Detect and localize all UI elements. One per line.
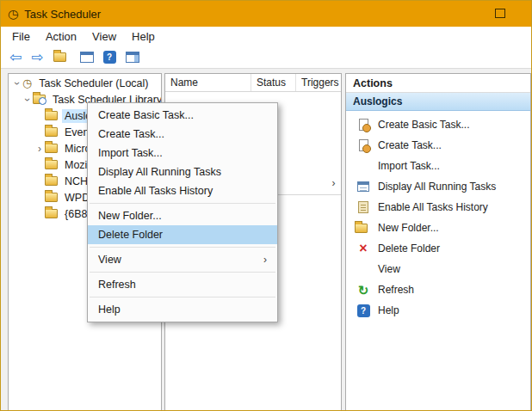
action-new-folder[interactable]: New Folder...: [346, 218, 530, 238]
task-list-header: Name Status Triggers: [165, 74, 341, 92]
action-display-all-running-tasks[interactable]: Display All Running Tasks: [346, 176, 530, 197]
menu-action[interactable]: Action: [38, 28, 84, 45]
column-header-status[interactable]: Status: [251, 74, 296, 91]
context-menu: Create Basic Task... Create Task... Impo…: [87, 102, 278, 322]
history-icon: [356, 200, 370, 214]
menu-view[interactable]: View: [84, 28, 124, 45]
menubar: File Action View Help: [1, 27, 531, 46]
context-menu-item-refresh[interactable]: Refresh: [88, 275, 277, 294]
refresh-icon: ↻: [356, 283, 370, 297]
new-folder-icon: [356, 221, 370, 235]
chevron-down-icon[interactable]: ›: [11, 78, 23, 89]
action-label: Enable All Tasks History: [378, 201, 488, 213]
folder-icon: [45, 111, 58, 120]
action-label: Display All Running Tasks: [378, 181, 496, 193]
toolbar-help-icon[interactable]: ?: [103, 51, 116, 64]
tree-root-label: Task Scheduler (Local): [36, 77, 151, 90]
menu-separator: [90, 203, 275, 204]
action-help[interactable]: ? Help: [346, 300, 530, 321]
help-icon: ?: [356, 304, 370, 317]
column-header-triggers[interactable]: Triggers: [296, 74, 341, 91]
action-label: Create Task...: [378, 139, 442, 151]
window-icon: [80, 52, 94, 63]
context-menu-item-delete-folder[interactable]: Delete Folder: [88, 225, 277, 244]
window-pane-icon: [126, 52, 139, 63]
titlebar: ◷ Task Scheduler: [1, 1, 531, 27]
show-console-tree-icon[interactable]: [80, 52, 94, 63]
context-menu-item-enable-all-tasks-history[interactable]: Enable All Tasks History: [88, 181, 277, 200]
actions-list: Create Basic Task... Create Task... Impo…: [346, 111, 530, 321]
delete-x-icon: ×: [356, 242, 370, 255]
actions-panel-title: Actions: [346, 74, 530, 93]
action-label: New Folder...: [378, 222, 439, 234]
back-icon[interactable]: ⇦: [9, 50, 22, 64]
folder-icon: [45, 160, 58, 169]
tree-item-root[interactable]: › ◷ Task Scheduler (Local): [9, 75, 161, 91]
toolbar: ⇦ ⇨ ?: [1, 46, 531, 69]
import-task-icon: [356, 159, 370, 173]
column-header-name[interactable]: Name: [165, 74, 251, 91]
context-menu-item-new-folder[interactable]: New Folder...: [88, 206, 277, 225]
forward-icon[interactable]: ⇨: [31, 50, 43, 64]
context-menu-item-import-task[interactable]: Import Task...: [88, 144, 277, 163]
context-menu-item-help[interactable]: Help: [88, 300, 277, 319]
action-enable-all-tasks-history[interactable]: Enable All Tasks History: [346, 197, 530, 218]
scroll-right-button[interactable]: ›: [328, 175, 339, 190]
export-list-icon[interactable]: [53, 52, 71, 62]
action-import-task[interactable]: Import Task...: [346, 156, 530, 176]
menu-item-label: View: [98, 254, 121, 266]
chevron-down-icon[interactable]: ›: [22, 95, 34, 105]
action-label: Import Task...: [378, 160, 440, 172]
folder-icon: [45, 209, 58, 218]
action-delete-folder[interactable]: × Delete Folder: [346, 238, 530, 259]
running-tasks-icon: [356, 180, 370, 193]
context-menu-item-create-basic-task[interactable]: Create Basic Task...: [88, 106, 277, 125]
folder-icon: [45, 176, 58, 186]
show-action-pane-icon[interactable]: [126, 52, 139, 63]
action-create-task[interactable]: Create Task...: [346, 135, 530, 156]
menu-separator: [90, 247, 275, 248]
action-label: Create Basic Task...: [378, 119, 470, 131]
context-menu-item-view[interactable]: View ›: [88, 250, 277, 269]
create-task-icon: [356, 138, 370, 152]
clock-icon: ◷: [22, 77, 32, 89]
menu-file[interactable]: File: [4, 28, 38, 45]
folder-icon: [53, 52, 66, 62]
task-scheduler-window: ◷ Task Scheduler File Action View Help ⇦…: [0, 0, 532, 411]
action-label: View: [378, 263, 400, 275]
submenu-arrow-icon: ›: [263, 254, 267, 266]
library-folder-icon: [33, 95, 46, 104]
context-menu-item-display-all-running-tasks[interactable]: Display All Running Tasks: [88, 163, 277, 181]
action-label: Refresh: [378, 284, 414, 296]
help-icon: ?: [103, 51, 116, 64]
window-title: Task Scheduler: [24, 8, 101, 21]
action-view[interactable]: View: [346, 259, 530, 279]
folder-icon: [45, 144, 58, 153]
create-basic-task-icon: [356, 118, 370, 132]
actions-panel: Actions Auslogics Create Basic Task... C…: [345, 73, 531, 411]
menu-separator: [90, 272, 275, 273]
action-label: Help: [378, 304, 399, 316]
action-create-basic-task[interactable]: Create Basic Task...: [346, 114, 530, 135]
menu-help[interactable]: Help: [124, 28, 163, 45]
chevron-right-icon[interactable]: ›: [34, 143, 45, 155]
folder-icon: [45, 127, 58, 137]
context-menu-item-create-task[interactable]: Create Task...: [88, 125, 277, 144]
maximize-button[interactable]: [495, 9, 505, 18]
action-refresh[interactable]: ↻ Refresh: [346, 279, 530, 300]
actions-group-header[interactable]: Auslogics: [346, 93, 530, 111]
menu-separator: [90, 297, 275, 298]
action-label: Delete Folder: [378, 242, 440, 255]
app-clock-icon: ◷: [8, 8, 18, 20]
folder-icon: [45, 193, 58, 202]
view-icon-slot: [356, 262, 370, 276]
